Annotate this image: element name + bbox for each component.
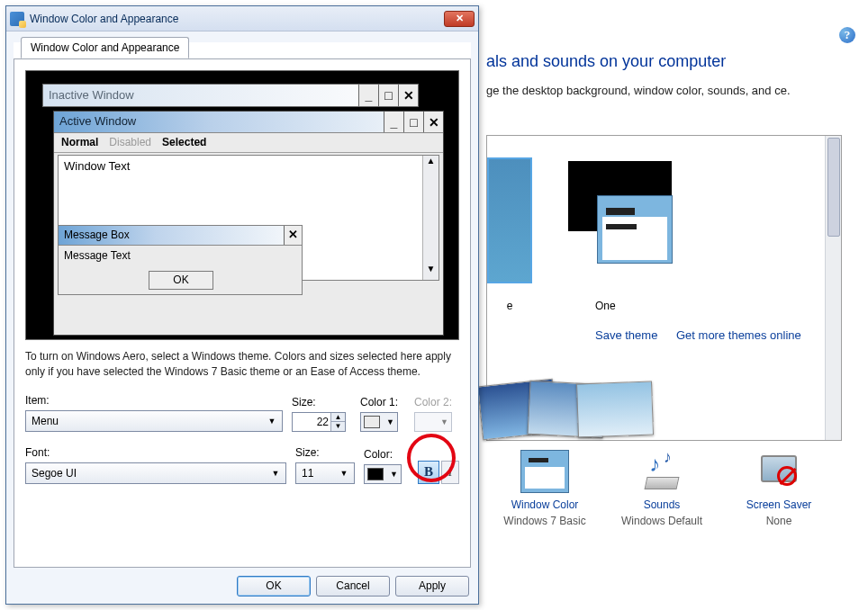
font-color-label: Color: [364, 448, 409, 461]
size1-label: Size: [292, 396, 351, 408]
help-icon[interactable]: ? [839, 27, 855, 43]
tab-appearance[interactable]: Window Color and Appearance [21, 37, 189, 58]
apply-button[interactable]: Apply [395, 576, 469, 597]
size2-label: Size: [295, 446, 355, 459]
close-icon: ✕ [284, 226, 302, 245]
font-color-button[interactable]: ▼ [364, 464, 402, 484]
screen-saver-link[interactable]: Screen Saver None [720, 450, 837, 527]
theme-label-one: One [595, 300, 616, 312]
themes-list: e One Save theme Get more themes online [486, 135, 842, 441]
preview-area[interactable]: Inactive Window _□✕ Active Window _□✕ No… [25, 70, 459, 340]
maximize-icon: □ [378, 85, 398, 106]
preview-message-box: Message Box✕ Message Text OK [58, 225, 303, 295]
more-themes-link[interactable]: Get more themes online [676, 328, 801, 342]
color1-label: Color 1: [360, 396, 405, 408]
dialog-title: Window Color and Appearance [30, 13, 444, 25]
preview-active-window: Active Window _□✕ NormalDisabledSelected… [53, 111, 444, 336]
maximize-icon: □ [403, 112, 423, 132]
item-size-spinner[interactable]: 22 ▲▼ [292, 412, 346, 432]
item-label: Item: [25, 394, 283, 407]
save-theme-link[interactable]: Save theme [595, 328, 657, 342]
font-dropdown[interactable]: Segoe UI▼ [25, 462, 286, 484]
theme-thumb-selected[interactable] [487, 157, 532, 283]
preview-ok-button: OK [149, 271, 213, 290]
sounds-icon: ♪♪ [640, 450, 683, 493]
font-size-dropdown[interactable]: 11▼ [295, 462, 355, 484]
sounds-link[interactable]: ♪♪ Sounds Windows Default [603, 450, 720, 527]
preview-menu: NormalDisabledSelected [54, 133, 443, 153]
color2-label: Color 2: [414, 396, 459, 408]
cancel-button[interactable]: Cancel [316, 576, 390, 597]
chevron-down-icon: ▼ [264, 413, 280, 429]
appearance-dialog: Window Color and Appearance ✕ Window Col… [5, 5, 479, 605]
aero-themes-gallery[interactable] [496, 382, 712, 445]
themes-scrollbar[interactable] [825, 136, 841, 440]
font-label: Font: [25, 446, 286, 459]
scroll-thumb[interactable] [827, 138, 840, 237]
chevron-down-icon: ▼ [336, 465, 352, 481]
info-text: To turn on Windows Aero, select a Window… [25, 349, 459, 380]
dialog-titlebar[interactable]: Window Color and Appearance ✕ [6, 6, 478, 31]
window-color-link[interactable]: Window Color Windows 7 Basic [486, 450, 603, 527]
theme-label-selected: e [487, 300, 532, 312]
dialog-icon [10, 12, 24, 26]
minimize-icon: _ [358, 85, 378, 106]
italic-button[interactable]: I [441, 461, 459, 484]
preview-inactive-window: Inactive Window _□✕ [42, 84, 419, 107]
color2-button: ▼ [414, 412, 452, 432]
ok-button[interactable]: OK [237, 576, 311, 597]
color1-button[interactable]: ▼ [360, 412, 398, 432]
screen-saver-icon [757, 450, 800, 493]
cp-heading: als and sounds on your computer [486, 52, 726, 71]
item-dropdown[interactable]: Menu▼ [25, 410, 283, 432]
chevron-down-icon: ▼ [267, 465, 284, 481]
close-icon: ✕ [423, 112, 443, 132]
close-icon: ✕ [398, 85, 418, 106]
close-button[interactable]: ✕ [444, 11, 475, 27]
minimize-icon: _ [384, 112, 403, 132]
bold-button[interactable]: B [418, 461, 439, 484]
cp-subtext: ge the desktop background, window color,… [486, 83, 791, 99]
window-color-icon [520, 450, 569, 493]
